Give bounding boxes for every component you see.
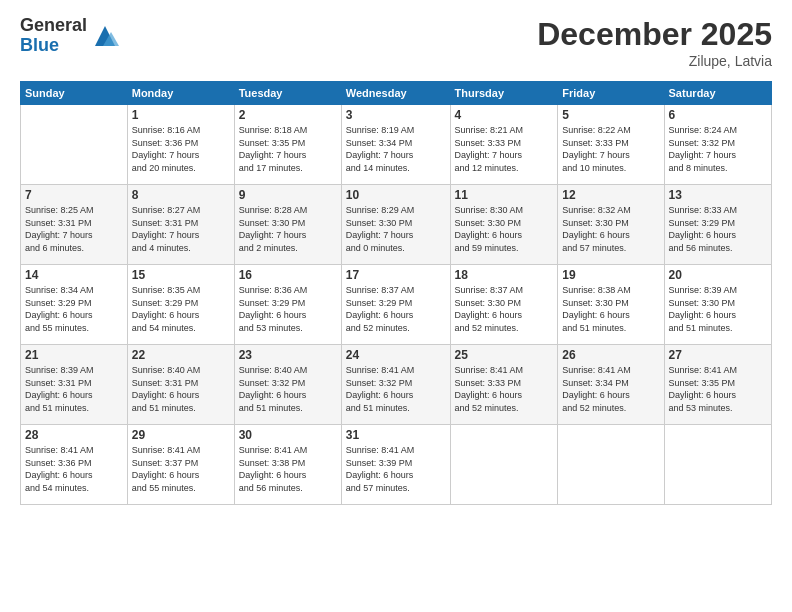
table-row: 5Sunrise: 8:22 AM Sunset: 3:33 PM Daylig… (558, 105, 664, 185)
header-monday: Monday (127, 82, 234, 105)
week-row: 7Sunrise: 8:25 AM Sunset: 3:31 PM Daylig… (21, 185, 772, 265)
table-row: 10Sunrise: 8:29 AM Sunset: 3:30 PM Dayli… (341, 185, 450, 265)
table-row: 3Sunrise: 8:19 AM Sunset: 3:34 PM Daylig… (341, 105, 450, 185)
month-title: December 2025 (537, 16, 772, 53)
day-number: 12 (562, 188, 659, 202)
day-info: Sunrise: 8:39 AM Sunset: 3:31 PM Dayligh… (25, 364, 123, 414)
day-number: 17 (346, 268, 446, 282)
day-info: Sunrise: 8:33 AM Sunset: 3:29 PM Dayligh… (669, 204, 767, 254)
table-row: 12Sunrise: 8:32 AM Sunset: 3:30 PM Dayli… (558, 185, 664, 265)
day-info: Sunrise: 8:34 AM Sunset: 3:29 PM Dayligh… (25, 284, 123, 334)
day-number: 28 (25, 428, 123, 442)
day-number: 31 (346, 428, 446, 442)
subtitle: Zilupe, Latvia (537, 53, 772, 69)
table-row: 18Sunrise: 8:37 AM Sunset: 3:30 PM Dayli… (450, 265, 558, 345)
day-number: 29 (132, 428, 230, 442)
day-number: 18 (455, 268, 554, 282)
week-row: 1Sunrise: 8:16 AM Sunset: 3:36 PM Daylig… (21, 105, 772, 185)
table-row (450, 425, 558, 505)
day-number: 2 (239, 108, 337, 122)
day-info: Sunrise: 8:32 AM Sunset: 3:30 PM Dayligh… (562, 204, 659, 254)
week-row: 21Sunrise: 8:39 AM Sunset: 3:31 PM Dayli… (21, 345, 772, 425)
day-info: Sunrise: 8:41 AM Sunset: 3:34 PM Dayligh… (562, 364, 659, 414)
day-number: 3 (346, 108, 446, 122)
day-number: 13 (669, 188, 767, 202)
table-row: 4Sunrise: 8:21 AM Sunset: 3:33 PM Daylig… (450, 105, 558, 185)
header-saturday: Saturday (664, 82, 771, 105)
table-row: 31Sunrise: 8:41 AM Sunset: 3:39 PM Dayli… (341, 425, 450, 505)
week-row: 28Sunrise: 8:41 AM Sunset: 3:36 PM Dayli… (21, 425, 772, 505)
day-info: Sunrise: 8:35 AM Sunset: 3:29 PM Dayligh… (132, 284, 230, 334)
day-info: Sunrise: 8:38 AM Sunset: 3:30 PM Dayligh… (562, 284, 659, 334)
title-block: December 2025 Zilupe, Latvia (537, 16, 772, 69)
day-info: Sunrise: 8:41 AM Sunset: 3:33 PM Dayligh… (455, 364, 554, 414)
day-info: Sunrise: 8:29 AM Sunset: 3:30 PM Dayligh… (346, 204, 446, 254)
day-number: 22 (132, 348, 230, 362)
table-row (558, 425, 664, 505)
day-number: 27 (669, 348, 767, 362)
table-row: 19Sunrise: 8:38 AM Sunset: 3:30 PM Dayli… (558, 265, 664, 345)
day-info: Sunrise: 8:40 AM Sunset: 3:31 PM Dayligh… (132, 364, 230, 414)
day-number: 6 (669, 108, 767, 122)
day-number: 23 (239, 348, 337, 362)
day-number: 11 (455, 188, 554, 202)
header-sunday: Sunday (21, 82, 128, 105)
day-number: 9 (239, 188, 337, 202)
day-info: Sunrise: 8:24 AM Sunset: 3:32 PM Dayligh… (669, 124, 767, 174)
table-row: 29Sunrise: 8:41 AM Sunset: 3:37 PM Dayli… (127, 425, 234, 505)
table-row: 7Sunrise: 8:25 AM Sunset: 3:31 PM Daylig… (21, 185, 128, 265)
day-info: Sunrise: 8:37 AM Sunset: 3:30 PM Dayligh… (455, 284, 554, 334)
day-info: Sunrise: 8:41 AM Sunset: 3:38 PM Dayligh… (239, 444, 337, 494)
table-row: 26Sunrise: 8:41 AM Sunset: 3:34 PM Dayli… (558, 345, 664, 425)
logo-blue: Blue (20, 36, 87, 56)
table-row: 6Sunrise: 8:24 AM Sunset: 3:32 PM Daylig… (664, 105, 771, 185)
day-info: Sunrise: 8:41 AM Sunset: 3:36 PM Dayligh… (25, 444, 123, 494)
day-info: Sunrise: 8:41 AM Sunset: 3:37 PM Dayligh… (132, 444, 230, 494)
table-row: 8Sunrise: 8:27 AM Sunset: 3:31 PM Daylig… (127, 185, 234, 265)
day-number: 10 (346, 188, 446, 202)
day-info: Sunrise: 8:21 AM Sunset: 3:33 PM Dayligh… (455, 124, 554, 174)
logo: General Blue (20, 16, 119, 56)
week-row: 14Sunrise: 8:34 AM Sunset: 3:29 PM Dayli… (21, 265, 772, 345)
table-row (664, 425, 771, 505)
logo-text: General Blue (20, 16, 87, 56)
day-info: Sunrise: 8:30 AM Sunset: 3:30 PM Dayligh… (455, 204, 554, 254)
table-row: 21Sunrise: 8:39 AM Sunset: 3:31 PM Dayli… (21, 345, 128, 425)
day-number: 16 (239, 268, 337, 282)
table-row: 30Sunrise: 8:41 AM Sunset: 3:38 PM Dayli… (234, 425, 341, 505)
logo-general: General (20, 16, 87, 36)
day-info: Sunrise: 8:40 AM Sunset: 3:32 PM Dayligh… (239, 364, 337, 414)
table-row: 1Sunrise: 8:16 AM Sunset: 3:36 PM Daylig… (127, 105, 234, 185)
day-number: 26 (562, 348, 659, 362)
table-row: 22Sunrise: 8:40 AM Sunset: 3:31 PM Dayli… (127, 345, 234, 425)
table-row: 27Sunrise: 8:41 AM Sunset: 3:35 PM Dayli… (664, 345, 771, 425)
header-friday: Friday (558, 82, 664, 105)
day-number: 30 (239, 428, 337, 442)
day-info: Sunrise: 8:18 AM Sunset: 3:35 PM Dayligh… (239, 124, 337, 174)
day-number: 19 (562, 268, 659, 282)
day-info: Sunrise: 8:28 AM Sunset: 3:30 PM Dayligh… (239, 204, 337, 254)
table-row: 24Sunrise: 8:41 AM Sunset: 3:32 PM Dayli… (341, 345, 450, 425)
day-number: 5 (562, 108, 659, 122)
header: General Blue December 2025 Zilupe, Latvi… (20, 16, 772, 69)
table-row: 20Sunrise: 8:39 AM Sunset: 3:30 PM Dayli… (664, 265, 771, 345)
day-info: Sunrise: 8:37 AM Sunset: 3:29 PM Dayligh… (346, 284, 446, 334)
table-row: 28Sunrise: 8:41 AM Sunset: 3:36 PM Dayli… (21, 425, 128, 505)
table-row: 23Sunrise: 8:40 AM Sunset: 3:32 PM Dayli… (234, 345, 341, 425)
day-info: Sunrise: 8:39 AM Sunset: 3:30 PM Dayligh… (669, 284, 767, 334)
calendar: Sunday Monday Tuesday Wednesday Thursday… (20, 81, 772, 505)
day-number: 7 (25, 188, 123, 202)
header-row: Sunday Monday Tuesday Wednesday Thursday… (21, 82, 772, 105)
table-row: 15Sunrise: 8:35 AM Sunset: 3:29 PM Dayli… (127, 265, 234, 345)
day-number: 8 (132, 188, 230, 202)
day-number: 25 (455, 348, 554, 362)
day-info: Sunrise: 8:22 AM Sunset: 3:33 PM Dayligh… (562, 124, 659, 174)
table-row: 2Sunrise: 8:18 AM Sunset: 3:35 PM Daylig… (234, 105, 341, 185)
day-info: Sunrise: 8:19 AM Sunset: 3:34 PM Dayligh… (346, 124, 446, 174)
table-row: 17Sunrise: 8:37 AM Sunset: 3:29 PM Dayli… (341, 265, 450, 345)
day-number: 21 (25, 348, 123, 362)
day-number: 14 (25, 268, 123, 282)
table-row: 16Sunrise: 8:36 AM Sunset: 3:29 PM Dayli… (234, 265, 341, 345)
header-wednesday: Wednesday (341, 82, 450, 105)
day-info: Sunrise: 8:27 AM Sunset: 3:31 PM Dayligh… (132, 204, 230, 254)
